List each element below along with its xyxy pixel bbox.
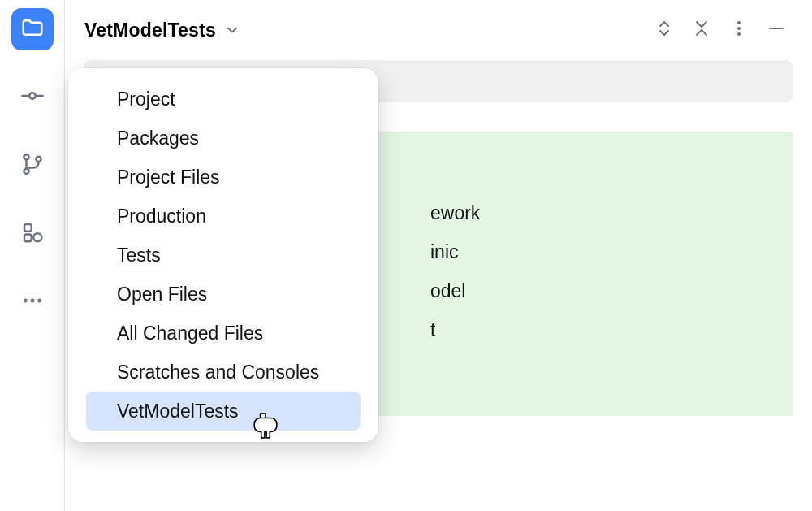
svg-point-9 — [23, 299, 27, 303]
option-label: VetModelTests — [117, 401, 239, 422]
svg-point-11 — [37, 299, 41, 303]
option-label: Production — [117, 206, 206, 227]
scope-option-vetmodeltests[interactable]: VetModelTests — [86, 392, 361, 431]
scope-dropdown: Project Packages Project Files Productio… — [68, 68, 378, 442]
svg-point-7 — [33, 233, 41, 241]
minus-icon — [767, 19, 786, 41]
branches-tool-button[interactable] — [11, 145, 54, 187]
git-branch-icon — [20, 152, 45, 180]
option-label: Project Files — [117, 167, 220, 188]
folder-icon — [20, 15, 45, 43]
option-label: All Changed Files — [117, 323, 263, 344]
svg-point-12 — [737, 21, 741, 24]
left-rail — [0, 0, 65, 511]
more-horizontal-icon — [20, 288, 45, 316]
scope-option-project-files[interactable]: Project Files — [86, 158, 361, 197]
toolbar: VetModelTests — [65, 0, 812, 60]
hide-button[interactable] — [762, 15, 791, 45]
commit-tool-button[interactable] — [11, 76, 54, 119]
option-label: Open Files — [117, 284, 207, 305]
option-label: Tests — [117, 245, 161, 266]
more-vertical-icon — [729, 19, 749, 41]
option-label: Scratches and Consoles — [117, 362, 319, 383]
scope-option-open-files[interactable]: Open Files — [86, 275, 361, 314]
scope-option-production[interactable]: Production — [86, 197, 361, 236]
svg-rect-8 — [24, 235, 32, 242]
scope-option-tests[interactable]: Tests — [86, 236, 361, 275]
expand-collapse-button[interactable] — [650, 15, 679, 45]
commit-icon — [20, 84, 45, 111]
scope-option-project[interactable]: Project — [86, 80, 361, 119]
collapse-icon — [692, 19, 711, 41]
scope-selector[interactable]: VetModelTests — [84, 19, 240, 41]
scope-title: VetModelTests — [84, 19, 216, 41]
structure-icon — [20, 220, 45, 248]
svg-rect-6 — [24, 224, 32, 232]
options-button[interactable] — [724, 15, 754, 45]
project-tool-button[interactable] — [11, 8, 54, 50]
chevron-down-icon — [224, 22, 240, 38]
chevrons-vertical-icon — [654, 19, 674, 41]
more-tools-button[interactable] — [11, 281, 54, 323]
svg-point-10 — [30, 299, 34, 303]
option-label: Project — [117, 89, 175, 110]
scope-option-packages[interactable]: Packages — [86, 119, 361, 158]
option-label: Packages — [117, 128, 199, 149]
svg-point-14 — [737, 32, 741, 36]
scope-option-scratches[interactable]: Scratches and Consoles — [86, 353, 361, 392]
structure-tool-button[interactable] — [11, 213, 54, 255]
scope-option-changed-files[interactable]: All Changed Files — [86, 314, 361, 353]
svg-point-13 — [737, 27, 741, 30]
collapse-all-button[interactable] — [687, 15, 716, 45]
